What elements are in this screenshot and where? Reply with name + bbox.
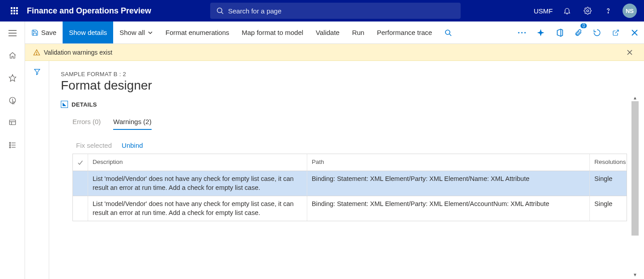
svg-line-34 (615, 30, 619, 33)
close-page-icon[interactable] (625, 21, 644, 43)
svg-point-30 (521, 32, 522, 33)
popout-icon[interactable] (606, 21, 625, 43)
modules-icon[interactable] (7, 140, 18, 150)
more-icon[interactable] (513, 21, 531, 43)
row-checkbox[interactable] (73, 196, 88, 221)
search-icon (216, 7, 224, 14)
run-button[interactable]: Run (346, 21, 371, 43)
action-pane: Save Show details Show all Format enumer… (25, 21, 644, 44)
select-all-checkbox[interactable] (73, 154, 88, 171)
save-icon (31, 29, 38, 36)
fix-selected-button[interactable]: Fix selected (76, 142, 112, 149)
row-path: Binding: Statement: XML Element/Party: X… (307, 171, 590, 196)
row-checkbox[interactable] (73, 171, 88, 196)
filter-icon[interactable] (34, 68, 41, 279)
table-row[interactable]: List 'model/Vendor' does not have any ch… (73, 171, 627, 196)
unbind-button[interactable]: Unbind (122, 142, 143, 149)
content: SAMPLE FORMAT B : 2 Format designer DETA… (49, 61, 639, 279)
topbar: Finance and Operations Preview Search fo… (0, 0, 644, 21)
save-button[interactable]: Save (25, 21, 63, 43)
row-path: Binding: Statement: XML Element/Party: X… (307, 196, 590, 221)
tab-errors[interactable]: Errors (0) (72, 118, 101, 130)
attachments-icon[interactable]: 0 (569, 21, 588, 43)
grid-body: List 'model/Vendor' does not have any ch… (73, 171, 627, 221)
svg-rect-18 (9, 120, 16, 125)
waffle-icon[interactable] (4, 7, 25, 14)
attachments-badge: 0 (580, 23, 587, 28)
chevron-down-icon (148, 30, 153, 35)
details-toggle[interactable]: DETAILS (61, 101, 627, 108)
svg-line-10 (221, 12, 223, 14)
gear-icon[interactable] (581, 4, 594, 17)
svg-point-9 (217, 8, 222, 13)
svg-point-12 (608, 13, 609, 13)
svg-rect-22 (9, 145, 10, 146)
find-button[interactable] (438, 21, 458, 43)
validation-banner: Validation warnings exist (25, 44, 644, 61)
main-area: SAMPLE FORMAT B : 2 Format designer DETA… (25, 61, 639, 279)
svg-rect-6 (11, 13, 13, 14)
home-icon[interactable] (7, 50, 18, 61)
performance-trace-button[interactable]: Performance trace (371, 21, 438, 43)
svg-rect-3 (11, 10, 13, 12)
search-icon (445, 29, 452, 36)
show-all-label: Show all (119, 29, 145, 36)
svg-marker-42 (63, 103, 66, 106)
recent-icon[interactable] (7, 95, 18, 106)
show-details-button[interactable]: Show details (63, 21, 113, 43)
svg-rect-8 (16, 13, 18, 14)
svg-marker-16 (9, 75, 16, 82)
filter-column (25, 61, 49, 279)
options-icon[interactable] (531, 21, 550, 43)
svg-rect-1 (13, 7, 15, 9)
warning-icon (33, 49, 40, 56)
scroll-thumb[interactable] (631, 101, 639, 236)
tab-warnings[interactable]: Warnings (2) (113, 118, 151, 130)
col-resolutions[interactable]: Resolutions (590, 154, 627, 171)
app-title: Finance and Operations Preview (27, 6, 151, 16)
company-picker[interactable]: USMF (534, 7, 553, 15)
scroll-down-icon[interactable]: ▼ (631, 271, 639, 278)
search-placeholder: Search for a page (228, 7, 281, 15)
search-input[interactable]: Search for a page (210, 3, 461, 19)
details-label: DETAILS (72, 101, 97, 108)
grid-header: Description Path Resolutions (73, 154, 627, 171)
check-icon (77, 159, 83, 166)
workspace-icon[interactable] (7, 117, 18, 128)
col-description[interactable]: Description (88, 154, 307, 171)
office-icon[interactable] (550, 21, 569, 43)
svg-rect-2 (16, 7, 18, 9)
svg-line-28 (449, 34, 451, 36)
validation-banner-text: Validation warnings exist (44, 49, 112, 56)
refresh-icon[interactable] (588, 21, 606, 43)
details-tabs: Errors (0) Warnings (2) (72, 118, 627, 130)
svg-rect-4 (13, 10, 15, 12)
hamburger-icon[interactable] (7, 28, 18, 39)
banner-close-icon[interactable] (627, 50, 636, 55)
row-description: List 'model/Vendor' does not have any ch… (88, 196, 307, 221)
col-path[interactable]: Path (307, 154, 590, 171)
svg-point-31 (524, 32, 525, 33)
bell-icon[interactable] (561, 4, 573, 17)
row-actions: Fix selected Unbind (76, 142, 627, 149)
left-rail (0, 21, 25, 279)
svg-point-29 (518, 32, 519, 33)
validate-button[interactable]: Validate (309, 21, 346, 43)
show-all-button[interactable]: Show all (113, 21, 159, 43)
map-format-to-model-button[interactable]: Map format to model (236, 21, 310, 43)
table-row[interactable]: List 'model/Vendor' does not have any ch… (73, 196, 627, 221)
svg-rect-7 (13, 13, 15, 14)
warnings-grid: Description Path Resolutions List 'model… (72, 154, 627, 221)
svg-point-27 (445, 30, 450, 34)
svg-point-38 (36, 54, 37, 54)
avatar[interactable]: NS (623, 4, 637, 18)
collapse-icon (61, 101, 68, 108)
help-icon[interactable] (602, 4, 614, 17)
row-resolutions: Single (590, 171, 627, 196)
row-description: List 'model/Vendor' does not have any ch… (88, 171, 307, 196)
scroll-up-icon[interactable]: ▲ (631, 94, 639, 101)
page-title: Format designer (61, 78, 627, 93)
star-icon[interactable] (7, 73, 18, 83)
svg-marker-41 (34, 69, 40, 75)
format-enumerations-button[interactable]: Format enumerations (159, 21, 236, 43)
